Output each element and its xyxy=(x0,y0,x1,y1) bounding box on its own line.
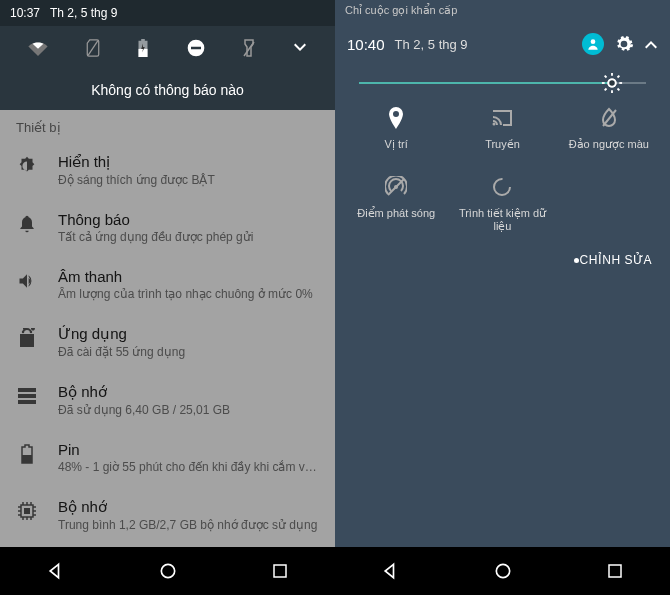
nav-recent[interactable] xyxy=(606,562,624,580)
svg-point-59 xyxy=(561,468,571,478)
settings-list: Thiết bị Hiển thịĐộ sáng thích ứng được … xyxy=(0,110,335,592)
svg-point-62 xyxy=(497,564,510,577)
sim-icon[interactable] xyxy=(85,39,101,57)
qs-footer: CHỈNH SỬA xyxy=(335,241,670,283)
settings-icon[interactable] xyxy=(614,34,634,54)
nav-recent[interactable] xyxy=(271,562,289,580)
svg-line-36 xyxy=(617,76,619,78)
svg-point-55 xyxy=(494,478,498,482)
settings-item-notifications[interactable]: Thông báoTất cả ứng dụng đều được phép g… xyxy=(0,199,335,256)
expand-icon[interactable] xyxy=(293,43,307,53)
svg-point-25 xyxy=(162,564,175,577)
app-gmail[interactable]: Gmail xyxy=(538,383,594,439)
svg-point-47 xyxy=(505,406,513,414)
user-avatar-icon[interactable] xyxy=(582,33,604,55)
wifi-icon[interactable] xyxy=(28,40,48,56)
svg-rect-2 xyxy=(191,47,201,50)
settings-item-apps[interactable]: Ứng dụngĐã cài đặt 55 ứng dụng xyxy=(0,313,335,371)
nav-home[interactable] xyxy=(158,561,178,581)
dock-camera[interactable] xyxy=(607,451,651,495)
battery-settings-icon xyxy=(16,443,38,465)
tile-invert[interactable]: Đảo ngược màu xyxy=(556,106,662,151)
svg-point-51 xyxy=(507,465,511,469)
settings-item-battery[interactable]: Pin48% - 1 giờ 55 phút cho đến khi đầy k… xyxy=(0,429,335,486)
qs-grid: Vị trí Truyền Đảo ngược màu Điểm phát só… xyxy=(335,92,670,241)
svg-rect-26 xyxy=(274,565,286,577)
svg-rect-9 xyxy=(18,400,36,404)
svg-rect-63 xyxy=(609,565,621,577)
settings-item-memory[interactable]: Bộ nhớTrung bình 1,2 GB/2,7 GB bộ nhớ đư… xyxy=(0,486,335,544)
svg-point-38 xyxy=(493,123,496,126)
nav-bar-right xyxy=(335,547,670,595)
nav-home[interactable] xyxy=(493,561,513,581)
apps-icon xyxy=(16,327,38,349)
cast-icon xyxy=(491,106,513,130)
qs-header: 10:40 Th 2, 5 thg 9 xyxy=(335,22,670,66)
phone-left: 10:37 Th 2, 5 thg 9 Không có thông báo n… xyxy=(0,0,335,595)
dock-chrome[interactable] xyxy=(544,451,588,495)
brightness-thumb-icon[interactable] xyxy=(601,72,623,94)
svg-rect-10 xyxy=(22,455,32,463)
nav-back[interactable] xyxy=(381,561,401,581)
brightness-slider[interactable] xyxy=(335,66,670,92)
svg-rect-7 xyxy=(18,388,36,392)
nav-back[interactable] xyxy=(46,561,66,581)
svg-point-57 xyxy=(507,478,511,482)
battery-icon[interactable] xyxy=(137,39,149,57)
status-bar-right: Chỉ cuộc gọi khẩn cấp xyxy=(335,0,670,22)
app-folder[interactable] xyxy=(475,383,531,439)
svg-line-34 xyxy=(617,89,619,91)
svg-rect-12 xyxy=(24,508,30,514)
svg-point-45 xyxy=(505,394,513,402)
brightness-icon xyxy=(16,155,38,177)
tile-location[interactable]: Vị trí xyxy=(343,106,449,151)
settings-item-sound[interactable]: Âm thanhÂm lượng của trình tạo nhạc chuô… xyxy=(0,256,335,313)
edit-button[interactable]: CHỈNH SỬA xyxy=(579,253,652,267)
collapse-icon[interactable] xyxy=(644,39,658,49)
status-date: Th 2, 5 thg 9 xyxy=(50,6,117,20)
location-icon xyxy=(387,106,405,130)
settings-item-storage[interactable]: Bộ nhớĐã sử dụng 6,40 GB / 25,01 GB xyxy=(0,371,335,429)
tile-cast[interactable]: Truyền xyxy=(449,106,555,151)
app-photos[interactable]: Ảnh xyxy=(601,383,657,439)
dock-apps[interactable] xyxy=(481,451,525,495)
settings-item-display[interactable]: Hiển thịĐộ sáng thích ứng được BẬT xyxy=(0,141,335,199)
status-bar: 10:37 Th 2, 5 thg 9 xyxy=(0,0,335,26)
svg-point-61 xyxy=(625,470,632,477)
dock-messages[interactable] xyxy=(418,451,462,495)
qs-date: Th 2, 5 thg 9 xyxy=(395,37,468,52)
tile-datasaver[interactable]: Trình tiết kiệm dữ liệu xyxy=(449,175,555,233)
app-maps[interactable]: Bản đồ xyxy=(349,383,405,439)
svg-point-54 xyxy=(507,471,511,475)
invert-icon xyxy=(600,106,618,130)
svg-point-44 xyxy=(493,394,501,402)
svg-rect-8 xyxy=(18,394,36,398)
flashlight-icon[interactable] xyxy=(242,38,256,58)
svg-rect-6 xyxy=(20,334,34,346)
status-time: 10:37 xyxy=(10,6,40,20)
svg-line-35 xyxy=(604,89,606,91)
phone-right: Chỉ cuộc gọi khẩn cấp 10:40 Th 2, 5 thg … xyxy=(335,0,670,595)
app-play[interactable]: CH Play xyxy=(412,383,468,439)
dock-phone[interactable] xyxy=(355,451,399,495)
svg-rect-48 xyxy=(554,395,578,413)
memory-icon xyxy=(16,500,38,522)
svg-point-46 xyxy=(493,406,501,414)
datasaver-icon xyxy=(491,175,513,199)
svg-line-33 xyxy=(604,76,606,78)
qs-time: 10:40 xyxy=(347,36,385,53)
hotspot-icon xyxy=(385,175,407,199)
tile-hotspot[interactable]: Điểm phát sóng xyxy=(343,175,449,233)
nav-bar xyxy=(0,547,335,595)
svg-point-49 xyxy=(494,465,498,469)
dnd-icon[interactable] xyxy=(186,38,206,58)
svg-point-52 xyxy=(494,471,498,475)
emergency-label: Chỉ cuộc gọi khẩn cấp xyxy=(345,4,457,16)
notification-empty: Không có thông báo nào xyxy=(0,70,335,110)
svg-point-42 xyxy=(494,179,510,195)
svg-point-53 xyxy=(501,471,505,475)
svg-point-37 xyxy=(609,80,615,86)
svg-point-4 xyxy=(22,331,24,333)
svg-line-0 xyxy=(88,41,98,56)
slider-track[interactable] xyxy=(359,82,646,84)
